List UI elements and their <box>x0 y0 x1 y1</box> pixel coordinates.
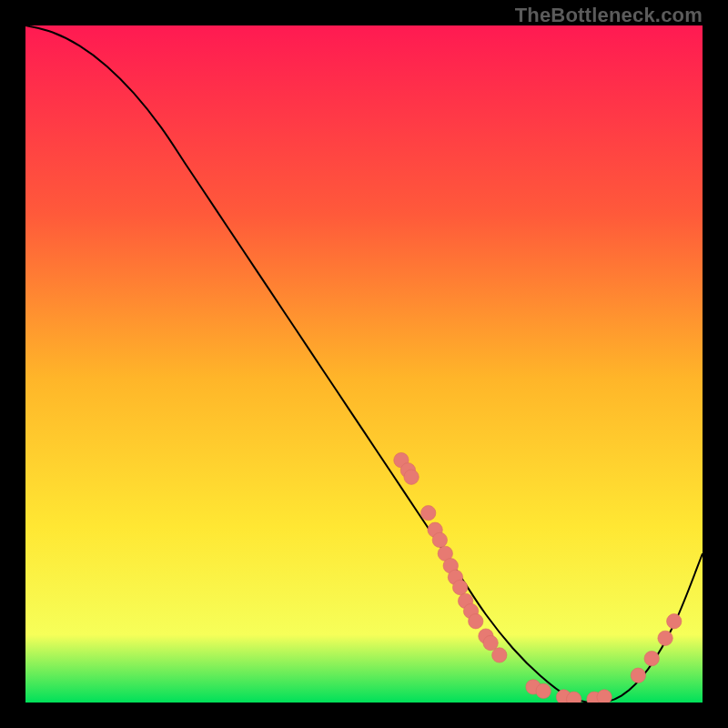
curve-marker <box>644 651 659 665</box>
watermark-text: TheBottleneck.com <box>515 4 703 27</box>
curve-marker <box>658 631 672 645</box>
curve-marker <box>469 614 483 629</box>
curve-marker <box>597 690 612 703</box>
bottleneck-chart <box>25 25 703 703</box>
curve-marker <box>421 506 436 521</box>
gradient-background <box>25 25 703 703</box>
curve-marker <box>483 635 498 650</box>
curve-marker <box>432 532 447 547</box>
curve-marker <box>667 614 682 629</box>
curve-marker <box>631 668 645 682</box>
curve-marker <box>404 470 419 484</box>
curve-marker <box>452 580 467 594</box>
chart-frame <box>25 25 703 703</box>
curve-marker <box>492 648 507 662</box>
curve-marker <box>536 683 551 698</box>
